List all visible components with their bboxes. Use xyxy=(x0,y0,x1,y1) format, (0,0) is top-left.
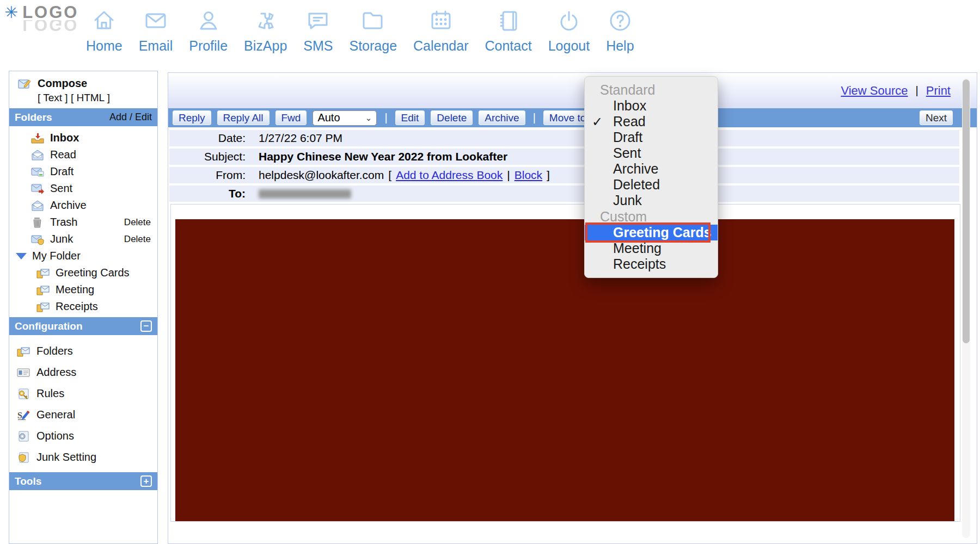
nav-item-contact[interactable]: Contact xyxy=(485,8,532,54)
config-item-options[interactable]: Options xyxy=(9,425,157,447)
archive-envelope-icon xyxy=(31,200,44,211)
top-navigation: ✳ LOGO LOGO Home Email Profile BizApp SM… xyxy=(0,0,980,64)
menu-item-draft[interactable]: Draft xyxy=(585,129,718,145)
logo-text: LOGO xyxy=(22,4,78,20)
block-sender-link[interactable]: Block xyxy=(514,169,542,182)
compose-text-link[interactable]: [ Text ] xyxy=(38,92,68,103)
nav-item-profile[interactable]: Profile xyxy=(189,8,228,54)
edit-button[interactable]: Edit xyxy=(395,110,425,125)
nav-item-sms[interactable]: SMS xyxy=(303,8,333,54)
compose-button[interactable]: Compose xyxy=(9,71,157,91)
junk-setting-shield-icon xyxy=(17,452,30,463)
menu-item-deleted[interactable]: Deleted xyxy=(585,177,718,193)
add-to-address-book-link[interactable]: Add to Address Book xyxy=(396,169,503,182)
trash-icon xyxy=(31,217,44,228)
logout-icon xyxy=(556,8,582,36)
folder-item-meeting[interactable]: Meeting xyxy=(9,281,157,298)
folder-item-archive[interactable]: Archive xyxy=(9,197,157,214)
my-folder-toggle[interactable]: My Folder xyxy=(9,248,157,264)
folders-section-header: Folders Add / Edit xyxy=(9,108,157,126)
nav-item-bizapp[interactable]: BizApp xyxy=(244,8,287,54)
svg-text:S: S xyxy=(17,411,22,420)
nav-item-storage[interactable]: Storage xyxy=(349,8,397,54)
forward-button[interactable]: Fwd xyxy=(275,110,307,125)
folder-item-trash[interactable]: Trash Delete xyxy=(9,214,157,231)
print-link[interactable]: Print xyxy=(926,84,951,98)
logo-reflection: LOGO xyxy=(22,20,78,31)
menu-item-sent[interactable]: Sent xyxy=(585,145,718,161)
vertical-scrollbar[interactable] xyxy=(962,78,970,538)
compose-icon xyxy=(18,78,31,89)
folder-item-read[interactable]: Read xyxy=(9,146,157,163)
chevron-down-icon xyxy=(16,253,27,259)
config-item-folders[interactable]: Folders xyxy=(9,341,157,362)
reply-all-button[interactable]: Reply All xyxy=(217,110,270,125)
logo-star-icon: ✳ xyxy=(4,4,18,21)
help-icon xyxy=(607,8,633,36)
folder-mail-icon xyxy=(36,285,50,295)
to-row: To: xyxy=(169,186,959,202)
nav-item-email[interactable]: Email xyxy=(139,8,173,54)
menu-item-archive[interactable]: Archive xyxy=(585,161,718,177)
date-row: Date: 1/27/22 6:07 PM xyxy=(169,130,959,146)
menu-item-greeting-cards[interactable]: Greeting Cards xyxy=(585,225,718,240)
folder-item-draft[interactable]: Draft xyxy=(9,163,157,180)
folder-item-sent[interactable]: Sent xyxy=(9,180,157,197)
delete-button[interactable]: Delete xyxy=(431,110,473,125)
message-body xyxy=(170,204,960,522)
menu-item-read[interactable]: ✓ Read xyxy=(585,114,718,129)
scrollbar-thumb[interactable] xyxy=(963,79,970,343)
checkmark-icon: ✓ xyxy=(592,114,603,129)
menu-section-custom: Custom xyxy=(585,208,718,225)
configuration-collapse-button[interactable]: − xyxy=(140,320,152,332)
storage-icon xyxy=(360,8,386,36)
config-item-address[interactable]: Address xyxy=(9,362,157,383)
from-row: From: helpdesk@lookafter.com [ Add to Ad… xyxy=(169,167,959,183)
tools-section-header: Tools + xyxy=(9,472,157,490)
archive-button[interactable]: Archive xyxy=(479,110,525,125)
general-signature-icon: S xyxy=(17,410,30,421)
config-item-rules[interactable]: Rules xyxy=(9,383,157,404)
rules-key-icon xyxy=(17,388,30,399)
reply-button[interactable]: Reply xyxy=(173,110,211,125)
nav-item-calendar[interactable]: Calendar xyxy=(413,8,468,54)
subject-row: Subject: Happy Chinese New Year 2022 fro… xyxy=(169,149,959,165)
bizapp-icon xyxy=(253,8,279,36)
to-address-redacted xyxy=(259,189,351,199)
menu-item-receipts[interactable]: Receipts xyxy=(585,256,718,272)
view-source-link[interactable]: View Source xyxy=(841,84,908,98)
menu-item-junk[interactable]: Junk xyxy=(585,193,718,208)
nav-item-home[interactable]: Home xyxy=(86,8,122,54)
folder-mail-icon xyxy=(17,346,30,357)
folder-item-junk[interactable]: Junk Delete xyxy=(9,231,157,248)
auto-encoding-select[interactable]: Auto ⌄ xyxy=(313,110,377,126)
folder-item-receipts[interactable]: Receipts xyxy=(9,298,157,315)
date-value: 1/27/22 6:07 PM xyxy=(259,132,342,145)
menu-section-standard: Standard xyxy=(585,82,718,98)
config-item-junk-setting[interactable]: Junk Setting xyxy=(9,447,157,468)
tools-expand-button[interactable]: + xyxy=(140,475,152,487)
nav-item-logout[interactable]: Logout xyxy=(548,8,590,54)
calendar-icon xyxy=(428,8,454,36)
subject-value: Happy Chinese New Year 2022 from Lookaft… xyxy=(259,150,507,163)
nav-item-help[interactable]: Help xyxy=(606,8,634,54)
configuration-list: Folders Address Rules S General Options … xyxy=(9,335,157,472)
folder-mail-icon xyxy=(36,268,50,279)
options-gear-icon xyxy=(17,431,30,442)
menu-item-meeting[interactable]: Meeting xyxy=(585,240,718,256)
logo: ✳ LOGO LOGO xyxy=(4,4,78,31)
from-address: helpdesk@lookafter.com xyxy=(259,169,384,182)
home-icon xyxy=(91,8,117,36)
menu-item-inbox[interactable]: Inbox xyxy=(585,98,718,114)
config-item-general[interactable]: S General xyxy=(9,404,157,425)
message-panel: View Source | Print Reply Reply All Fwd … xyxy=(168,72,977,544)
contact-icon xyxy=(495,8,522,36)
next-button[interactable]: Next xyxy=(920,110,953,125)
compose-html-link[interactable]: [ HTML ] xyxy=(71,92,110,103)
trash-delete-link[interactable]: Delete xyxy=(124,217,157,228)
greeting-card-image xyxy=(175,219,954,522)
folder-item-greeting-cards[interactable]: Greeting Cards xyxy=(9,264,157,281)
folders-add-edit-link[interactable]: Add / Edit xyxy=(109,112,152,123)
junk-delete-link[interactable]: Delete xyxy=(124,234,157,245)
folder-item-inbox[interactable]: Inbox xyxy=(9,129,157,146)
